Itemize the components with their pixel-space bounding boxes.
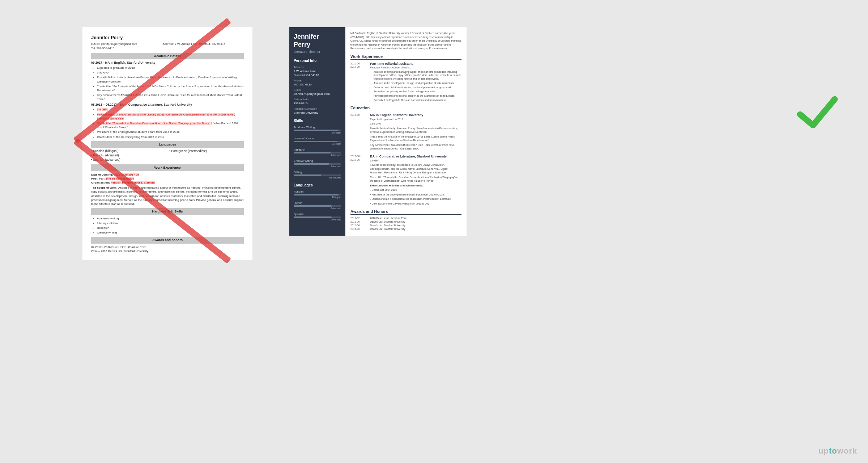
brand-up: up — [818, 446, 829, 455]
dob-label: Date of birth — [294, 98, 341, 101]
lang-spanish: Spanish Advanced — [294, 212, 341, 221]
edu-date-2: 2013-08 -2017-06 — [350, 155, 366, 207]
awards-list-left: 02.2017 - 2016 Drue Heinz Literature Pri… — [91, 245, 244, 253]
skills-header-left: Hard and Soft Skills — [91, 208, 244, 215]
personal-info-title: Personal Info — [294, 59, 341, 63]
edu-title-1: MA in English, Stanford University — [370, 113, 461, 117]
right-resume: JenniferPerry Literature Theorist Person… — [289, 27, 467, 236]
affiliation-value: Stanford University — [294, 111, 341, 114]
right-title: Literature Theorist — [294, 50, 341, 54]
address-label: Address — [294, 66, 341, 69]
company-1: Penguin Random House, Stanford — [370, 66, 461, 69]
education1: 09.2017 - MA in English, Stanford Univer… — [91, 61, 244, 101]
skill-academic-writing: Academic Writing Excellent — [294, 126, 341, 134]
work-bullets-1: Assisted in hiring and managing a pool o… — [370, 70, 461, 102]
email-label: E-mail — [294, 88, 341, 92]
skill-editing: Editing Intermediate — [294, 171, 341, 179]
edu-title-2: BA in Comparative Literature, Stanford U… — [370, 155, 461, 158]
language-list: • Russian (bilingual) • French (advanced… — [91, 149, 244, 162]
skill-research: Research Advanced — [294, 148, 341, 156]
skills-list: Academic writing Literary criticism Rese… — [91, 216, 244, 235]
academic-details-header: Academic Details — [91, 53, 244, 60]
languages-header: Languages — [91, 141, 244, 148]
education2: 08.2013 – 06.2017 - BA in Comparative Li… — [91, 103, 244, 139]
left-resume: Jennifer Perry E-Mail: jennifer.m.perry@… — [82, 27, 252, 260]
job-title-1: Part-time editorial assistant — [370, 62, 461, 66]
email-value: jennifer.m.perry@gmail.com — [294, 92, 341, 96]
education1-bullets: Expected to graduate in 2018 3.95 GPA Fa… — [91, 66, 244, 101]
right-name: JenniferPerry — [294, 33, 341, 49]
awards-title-right: Awards and Honors — [350, 209, 461, 215]
edu-date-1: 2017-09 — [350, 113, 366, 152]
work-entry-1: 2015-06 -2017-09 Part-time editorial ass… — [350, 62, 461, 103]
left-email: E-Mail: jennifer.m.perry@gmail.com Addre… — [91, 42, 244, 46]
education-title-right: Education — [350, 106, 461, 111]
skills-title: Skills — [294, 119, 341, 123]
brand-to: to — [829, 446, 837, 455]
work-exp-title-right: Work Experience — [350, 54, 461, 60]
work-experience-header-left: Work Experience — [91, 164, 244, 171]
work-date-1: 2015-06 -2017-09 — [350, 62, 366, 103]
brand-logo: uptowork — [818, 446, 857, 456]
left-tel: Tel: 202-555-0115 — [91, 46, 244, 50]
brand-work: work — [837, 446, 857, 455]
affiliation-label: Academic Affiliation — [294, 107, 341, 110]
left-name: Jennifer Perry — [91, 34, 244, 41]
right-main-content: MA Student in English at Stanford Univer… — [345, 27, 467, 236]
address-line2: Stanford, CA 94116 — [294, 73, 341, 77]
lang-french: French Advanced — [294, 201, 341, 210]
award-4: 2014-06 Dean's List, Stanford University — [350, 228, 461, 230]
green-checkmark — [796, 91, 839, 134]
skill-literary-criticism: Literary Criticism Excellent — [294, 137, 341, 145]
award-3: 2015-06 Dean's List, Stanford University — [350, 224, 461, 227]
right-sidebar: JenniferPerry Literature Theorist Person… — [289, 27, 345, 236]
edu-entry-2: 2013-08 -2017-06 BA in Comparative Liter… — [350, 155, 461, 207]
award-1: 2017-02 2016 Drue Heinz Literature Prize — [350, 217, 461, 219]
edu-entry-1: 2017-09 MA in English, Stanford Universi… — [350, 113, 461, 152]
phone-label: Phone — [294, 79, 341, 82]
award-2: 2016-06 Dean's List, Stanford University — [350, 220, 461, 223]
summary-text: MA Student in English at Stanford Univer… — [350, 31, 461, 51]
lang-russian: Russian Bilingual — [294, 190, 341, 198]
education2-bullets: 3.9 GPA Favorite fields of study: Introd… — [91, 108, 244, 139]
dob-value: 1993-03-24 — [294, 102, 341, 105]
languages-title: Languages — [294, 183, 341, 187]
awards-header-left: Awards and honors — [91, 237, 244, 244]
address-line1: 7 W. Adams Lane — [294, 70, 341, 73]
skill-creative-writing: Creative Writing Advanced — [294, 159, 341, 168]
work-detail: Date of Joining: 2015-06 to 2017-09 Post… — [91, 173, 244, 206]
phone-value: 202-555-0115 — [294, 83, 341, 86]
